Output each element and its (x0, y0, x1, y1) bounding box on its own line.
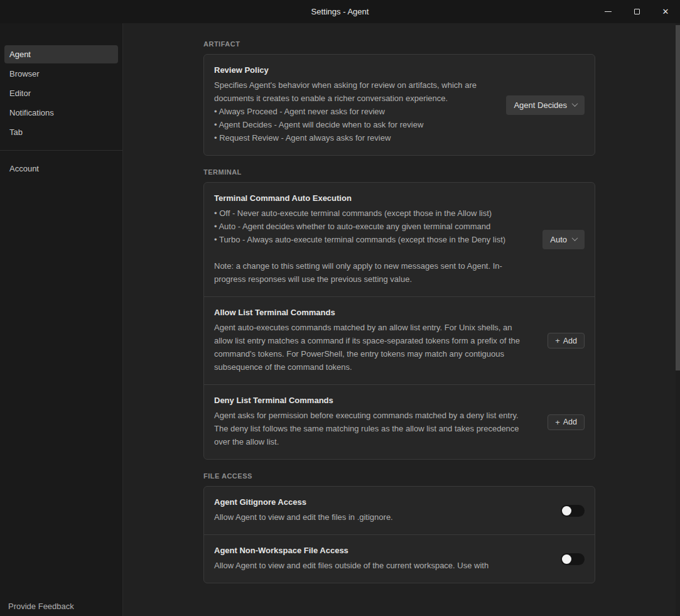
toggle-knob (562, 554, 571, 564)
gitignore-access-text: Agent Gitignore Access Allow Agent to vi… (214, 497, 546, 524)
allow-list-row: Allow List Terminal Commands Agent auto-… (204, 296, 595, 384)
review-policy-control: Agent Decides (506, 95, 585, 115)
gitignore-access-control (561, 505, 585, 517)
allow-list-add-button[interactable]: + Add (548, 333, 585, 349)
auto-execution-row: Terminal Command Auto Execution • Off - … (204, 183, 595, 296)
allow-list-control: + Add (548, 333, 585, 349)
add-button-label: Add (563, 337, 577, 345)
auto-execution-note: Note: a change to this setting will only… (214, 259, 527, 286)
settings-sidebar: Agent Browser Editor Notifications Tab A… (0, 23, 123, 616)
scrollbar[interactable] (676, 23, 680, 616)
chevron-down-icon (572, 100, 578, 107)
section-artifact: ARTIFACT Review Policy Specifies Agent's… (203, 40, 595, 156)
bullet-always-proceed: • Always Proceed - Agent never asks for … (214, 105, 491, 118)
chevron-down-icon (572, 235, 578, 241)
sidebar-item-tab[interactable]: Tab (4, 123, 118, 141)
setting-description: Agent asks for permission before executi… (214, 409, 532, 448)
non-workspace-access-control (561, 553, 585, 565)
file-access-card: Agent Gitignore Access Allow Agent to vi… (203, 486, 595, 583)
artifact-card: Review Policy Specifies Agent's behavior… (203, 54, 595, 156)
sidebar-item-editor[interactable]: Editor (4, 84, 118, 102)
section-heading-terminal: TERMINAL (203, 168, 595, 176)
setting-title: Agent Non-Workspace File Access (214, 546, 546, 555)
close-icon: ✕ (662, 7, 669, 16)
dropdown-value: Auto (550, 235, 567, 244)
bullet-off: • Off - Never auto-execute terminal comm… (214, 207, 527, 220)
sidebar-item-account[interactable]: Account (4, 159, 118, 178)
setting-title: Allow List Terminal Commands (214, 308, 532, 317)
close-button[interactable]: ✕ (651, 0, 680, 23)
sidebar-item-notifications[interactable]: Notifications (4, 104, 118, 122)
allow-list-text: Allow List Terminal Commands Agent auto-… (214, 308, 532, 374)
non-workspace-access-text: Agent Non-Workspace File Access Allow Ag… (214, 546, 546, 572)
sidebar-item-label: Tab (9, 127, 23, 137)
titlebar: Settings - Agent ✕ (0, 0, 680, 23)
scrollbar-thumb[interactable] (676, 25, 680, 370)
deny-list-add-button[interactable]: + Add (548, 414, 585, 430)
terminal-card: Terminal Command Auto Execution • Off - … (203, 182, 595, 460)
review-policy-dropdown[interactable]: Agent Decides (506, 95, 585, 115)
gitignore-access-toggle[interactable] (561, 505, 585, 517)
non-workspace-access-row: Agent Non-Workspace File Access Allow Ag… (204, 534, 595, 583)
plus-icon: + (555, 336, 560, 345)
sidebar-item-label: Account (9, 164, 39, 173)
gitignore-access-row: Agent Gitignore Access Allow Agent to vi… (204, 487, 595, 534)
review-policy-text: Review Policy Specifies Agent's behavior… (214, 65, 491, 144)
setting-description: Allow Agent to view and edit the files i… (214, 511, 546, 524)
setting-description: Specifies Agent's behavior when asking f… (214, 78, 491, 105)
bullet-turbo: • Turbo - Always auto-execute terminal c… (214, 233, 527, 246)
deny-list-row: Deny List Terminal Commands Agent asks f… (204, 384, 595, 459)
setting-title: Agent Gitignore Access (214, 497, 546, 507)
section-heading-file-access: FILE ACCESS (203, 472, 595, 480)
maximize-icon (634, 9, 640, 14)
minimize-icon (605, 11, 612, 12)
auto-execution-dropdown[interactable]: Auto (542, 230, 585, 249)
add-button-label: Add (563, 418, 577, 426)
maximize-button[interactable] (622, 0, 651, 23)
section-heading-artifact: ARTIFACT (203, 40, 595, 48)
window-controls: ✕ (593, 0, 680, 23)
section-file-access: FILE ACCESS Agent Gitignore Access Allow… (203, 472, 595, 583)
sidebar-nav: Agent Browser Editor Notifications Tab A… (0, 23, 122, 178)
setting-title: Deny List Terminal Commands (214, 396, 532, 405)
sidebar-item-label: Editor (9, 89, 31, 98)
sidebar-item-label: Browser (9, 69, 40, 78)
setting-description: Agent auto-executes commands matched by … (214, 321, 532, 374)
bullet-agent-decides: • Agent Decides - Agent will decide when… (214, 118, 491, 131)
section-terminal: TERMINAL Terminal Command Auto Execution… (203, 168, 595, 460)
plus-icon: + (555, 418, 560, 427)
deny-list-control: + Add (548, 414, 585, 430)
sidebar-item-label: Agent (9, 50, 31, 59)
auto-execution-control: Auto (542, 230, 585, 249)
sidebar-item-agent[interactable]: Agent (4, 45, 118, 63)
setting-description: Allow Agent to view and edit files outsi… (214, 559, 546, 572)
dropdown-value: Agent Decides (514, 100, 567, 110)
auto-execution-text: Terminal Command Auto Execution • Off - … (214, 193, 527, 286)
setting-title: Review Policy (214, 65, 491, 75)
window-title: Settings - Agent (311, 7, 369, 16)
settings-content: ARTIFACT Review Policy Specifies Agent's… (124, 23, 680, 616)
bullet-auto: • Auto - Agent decides whether to auto-e… (214, 220, 527, 233)
sidebar-item-browser[interactable]: Browser (4, 65, 118, 83)
minimize-button[interactable] (593, 0, 622, 23)
non-workspace-access-toggle[interactable] (561, 553, 585, 565)
toggle-knob (562, 506, 571, 516)
sidebar-divider (0, 150, 122, 151)
provide-feedback-link[interactable]: Provide Feedback (8, 602, 74, 611)
review-policy-row: Review Policy Specifies Agent's behavior… (204, 55, 595, 155)
deny-list-text: Deny List Terminal Commands Agent asks f… (214, 396, 532, 448)
sidebar-item-label: Notifications (9, 108, 54, 117)
bullet-request-review: • Request Review - Agent always asks for… (214, 131, 491, 144)
setting-title: Terminal Command Auto Execution (214, 193, 527, 203)
